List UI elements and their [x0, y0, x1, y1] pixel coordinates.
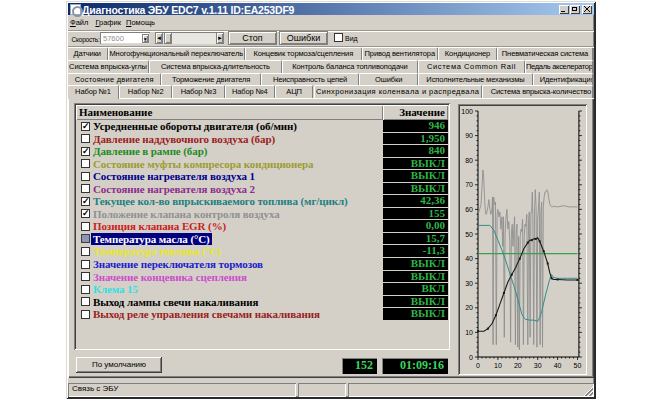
svg-text:40: 40 [554, 362, 562, 369]
svg-text:50: 50 [574, 362, 582, 369]
svg-text:10: 10 [465, 329, 473, 336]
svg-text:80: 80 [465, 157, 473, 164]
svg-text:20: 20 [514, 362, 522, 369]
svg-text:0: 0 [476, 362, 480, 369]
svg-text:10: 10 [494, 362, 502, 369]
svg-text:60: 60 [465, 206, 473, 213]
svg-text:50: 50 [465, 231, 473, 238]
svg-text:0: 0 [469, 354, 473, 361]
svg-text:30: 30 [465, 280, 473, 287]
svg-text:20: 20 [465, 304, 473, 311]
svg-text:70: 70 [465, 181, 473, 188]
svg-text:30: 30 [534, 362, 542, 369]
svg-text:40: 40 [465, 255, 473, 262]
svg-text:90: 90 [465, 132, 473, 139]
svg-text:100: 100 [461, 108, 473, 115]
